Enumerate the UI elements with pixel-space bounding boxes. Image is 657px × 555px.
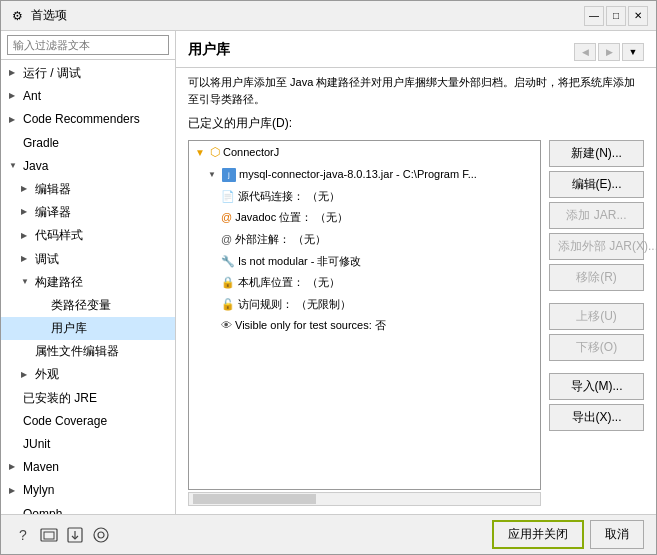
sidebar-item-build-path[interactable]: ▼ 构建路径 [1, 271, 175, 294]
sidebar-item-ant[interactable]: ▶ Ant [1, 85, 175, 108]
sidebar-item-coverage[interactable]: ▶ Code Coverage [1, 410, 175, 433]
sidebar-item-run-debug[interactable]: ▶ 运行 / 调试 [1, 62, 175, 85]
panel-defined-label: 已定义的用户库(D): [176, 113, 656, 136]
sidebar-item-label: 编译器 [35, 203, 71, 222]
panel-header: 用户库 ◀ ▶ ▼ [176, 31, 656, 68]
lib-item-label: mysql-connector-java-8.0.13.jar - C:\Pro… [239, 166, 477, 184]
arrow-icon: ▼ [9, 160, 19, 173]
sidebar-item-classpath-vars[interactable]: ▶ 类路径变量 [1, 294, 175, 317]
sidebar-item-mylyn[interactable]: ▶ Mylyn [1, 479, 175, 502]
sidebar-item-junit[interactable]: ▶ JUnit [1, 433, 175, 456]
forward-button[interactable]: ▶ [598, 43, 620, 61]
sidebar-item-debug[interactable]: ▶ 调试 [1, 248, 175, 271]
arrow-icon: ▶ [21, 183, 31, 196]
sidebar-item-code-style[interactable]: ▶ 代码样式 [1, 224, 175, 247]
move-down-button[interactable]: 下移(O) [549, 334, 644, 361]
sidebar-item-jre[interactable]: ▶ 已安装的 JRE [1, 387, 175, 410]
title-bar-left: ⚙ 首选项 [9, 7, 67, 24]
sidebar-item-compiler[interactable]: ▶ 编译器 [1, 201, 175, 224]
arrow-icon: ▼ [21, 276, 31, 289]
sidebar-item-label: 外观 [35, 365, 59, 384]
lib-tree-item-modular[interactable]: 🔧 Is not modular - 非可修改 [189, 251, 540, 273]
import-button[interactable]: 导入(M)... [549, 373, 644, 400]
visible-icon: 👁 [221, 317, 232, 335]
nav-dropdown-button[interactable]: ▼ [622, 43, 644, 61]
panel-title: 用户库 [188, 41, 230, 59]
filter-input[interactable] [7, 35, 169, 55]
edit-button[interactable]: 编辑(E)... [549, 171, 644, 198]
back-button[interactable]: ◀ [574, 43, 596, 61]
window-controls: — □ ✕ [584, 6, 648, 26]
lib-item-label: Is not modular - 非可修改 [238, 253, 361, 271]
move-up-button[interactable]: 上移(U) [549, 303, 644, 330]
sidebar-item-label: 调试 [35, 250, 59, 269]
lib-tree-item-annotation[interactable]: @ 外部注解： （无） [189, 229, 540, 251]
sidebar-tree: ▶ 运行 / 调试 ▶ Ant ▶ Code Recommenders ▶ Gr… [1, 60, 175, 514]
sidebar-item-prop-editor[interactable]: ▶ 属性文件编辑器 [1, 340, 175, 363]
sidebar-item-maven[interactable]: ▶ Maven [1, 456, 175, 479]
apply-close-button[interactable]: 应用并关闭 [492, 520, 584, 549]
javadoc-icon: @ [221, 209, 232, 227]
minimize-button[interactable]: — [584, 6, 604, 26]
arrow-icon: ▶ [21, 230, 31, 243]
sidebar-item-code-recommenders[interactable]: ▶ Code Recommenders [1, 108, 175, 131]
lib-tree-container: ▼ ⬡ ConnectorJ ▼ j mysql-connector-java-… [188, 140, 541, 506]
sidebar-item-label: Java [23, 157, 48, 176]
sidebar-item-label: Oomph [23, 505, 62, 514]
sidebar-item-label: Code Coverage [23, 412, 107, 431]
lib-tree-item-source[interactable]: 📄 源代码连接： （无） [189, 186, 540, 208]
sidebar-item-editor[interactable]: ▶ 编辑器 [1, 178, 175, 201]
lib-tree-item-javadoc[interactable]: @ Javadoc 位置： （无） [189, 207, 540, 229]
sidebar-item-label: 属性文件编辑器 [35, 342, 119, 361]
settings-icon[interactable] [91, 525, 111, 545]
cancel-button[interactable]: 取消 [590, 520, 644, 549]
sidebar-item-gradle[interactable]: ▶ Gradle [1, 132, 175, 155]
panel-body: ▼ ⬡ ConnectorJ ▼ j mysql-connector-java-… [176, 136, 656, 514]
annotation-icon: @ [221, 231, 232, 249]
window-title: 首选项 [31, 7, 67, 24]
lib-item-label: 访问规则： （无限制） [238, 296, 351, 314]
add-jar-button[interactable]: 添加 JAR... [549, 202, 644, 229]
sidebar-item-label: Gradle [23, 134, 59, 153]
sidebar-item-oomph[interactable]: ▶ Oomph [1, 503, 175, 514]
help-icon[interactable]: ? [13, 525, 33, 545]
workspace-icon[interactable] [39, 525, 59, 545]
lib-tree-item-native[interactable]: 🔒 本机库位置： （无） [189, 272, 540, 294]
sidebar-item-label: Code Recommenders [23, 110, 140, 129]
lib-folder-icon: ⬡ [210, 143, 220, 162]
right-panel: 用户库 ◀ ▶ ▼ 可以将用户库添加至 Java 构建路径并对用户库捆绑大量外部… [176, 31, 656, 514]
arrow-icon: ▶ [9, 461, 19, 474]
svg-point-5 [98, 532, 104, 538]
arrow-icon: ▶ [21, 369, 31, 382]
export-icon[interactable] [65, 525, 85, 545]
action-buttons: 新建(N)... 编辑(E)... 添加 JAR... 添加外部 JAR(X).… [549, 140, 644, 506]
close-button[interactable]: ✕ [628, 6, 648, 26]
export-button[interactable]: 导出(X)... [549, 404, 644, 431]
sidebar-item-java[interactable]: ▼ Java [1, 155, 175, 178]
lib-tree-item-mysql-jar[interactable]: ▼ j mysql-connector-java-8.0.13.jar - C:… [189, 164, 540, 186]
sidebar-item-appearance[interactable]: ▶ 外观 [1, 363, 175, 386]
add-ext-jar-button[interactable]: 添加外部 JAR(X)... [549, 233, 644, 260]
sidebar-item-label: JUnit [23, 435, 50, 454]
sidebar-item-user-libs[interactable]: ▶ 用户库 [1, 317, 175, 340]
access-icon: 🔓 [221, 296, 235, 314]
h-scrollbar[interactable] [188, 492, 541, 506]
arrow-icon: ▶ [9, 485, 19, 498]
arrow-icon: ▶ [9, 114, 19, 127]
lib-tree-item-connectorj[interactable]: ▼ ⬡ ConnectorJ [189, 141, 540, 164]
sidebar-item-label: 类路径变量 [51, 296, 111, 315]
remove-button[interactable]: 移除(R) [549, 264, 644, 291]
expand-icon: ▼ [205, 168, 219, 182]
lib-tree-item-access[interactable]: 🔓 访问规则： （无限制） [189, 294, 540, 316]
new-button[interactable]: 新建(N)... [549, 140, 644, 167]
lib-tree-item-visible[interactable]: 👁 Visible only for test sources: 否 [189, 315, 540, 337]
arrow-icon: ▶ [9, 90, 19, 103]
sidebar-item-label: Mylyn [23, 481, 54, 500]
window-icon: ⚙ [9, 8, 25, 24]
arrow-icon: ▶ [21, 253, 31, 266]
footer: ? 应用并关闭 [1, 514, 656, 554]
user-lib-tree[interactable]: ▼ ⬡ ConnectorJ ▼ j mysql-connector-java-… [188, 140, 541, 490]
maximize-button[interactable]: □ [606, 6, 626, 26]
sidebar-item-label: 已安装的 JRE [23, 389, 97, 408]
jar-icon: j [222, 168, 236, 182]
